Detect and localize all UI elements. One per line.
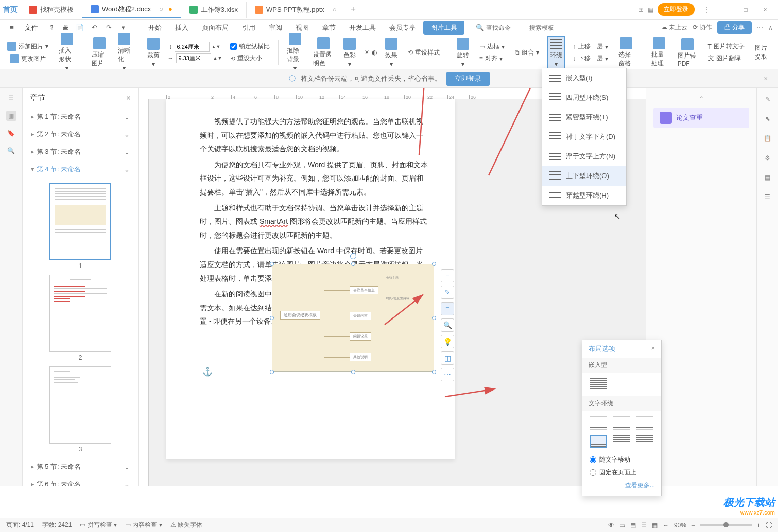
to-pdf-button[interactable]: 图片转PDF [676,37,700,68]
missing-font[interactable]: ⚠ 缺失字体 [170,521,202,529]
add-image-button[interactable]: 添加图片 ▾ [5,41,50,52]
remove-bg-button[interactable]: 抠除背景▾ [285,32,305,73]
file-menu[interactable]: 文件 [20,21,43,34]
wrap-option-square[interactable]: 四周型环绕(S) [542,88,626,108]
to-text-button[interactable]: T图片转文字 [706,41,747,52]
selected-image[interactable]: 通用会议纪要模板 会议基本信息 会议内容 问题议题 其他说明 会议主题 时间/地… [272,264,434,372]
menu-icon[interactable]: ⋮ [699,2,714,17]
zoom-thumb[interactable] [723,522,729,527]
redo-icon[interactable]: ↷ [102,21,115,34]
wrap-option-inline[interactable]: 嵌入型(I) [542,68,626,88]
crop-tool[interactable]: ◫ [441,351,454,365]
chevron-icon[interactable]: ⌄ [124,113,130,121]
menu-section[interactable]: 章节 [316,21,342,35]
login-now-button[interactable]: 立即登录 [446,72,490,86]
file-tab-template[interactable]: 找稻壳模板 [21,2,82,18]
resize-handle[interactable] [432,316,436,320]
bookmark-icon[interactable]: 🔖 [6,128,16,138]
style-icon[interactable]: ✎ [763,94,773,104]
width-input[interactable] [176,53,211,63]
nav-item-active[interactable]: ▾ 第 4 节: 未命名⌄ [23,161,138,178]
wrap-option-behind[interactable]: 衬于文字下方(D) [542,127,626,147]
wrap-option-tight[interactable]: 紧密型环绕(T) [542,108,626,127]
contrast-icon[interactable]: ◐ [372,49,377,56]
search-icon[interactable]: 🔍 [6,146,16,156]
extract-button[interactable]: 图片提取 [753,43,773,62]
menu-image-tools[interactable]: 图片工具 [423,21,464,35]
resize-handle[interactable] [432,262,436,266]
resize-handle[interactable] [270,370,274,374]
layout-wrap-option[interactable] [636,435,653,448]
color-button[interactable]: 色彩▾ [341,37,358,69]
cleanup-button[interactable]: 清晰化▾ [116,32,132,73]
home-tab[interactable]: 首页 [0,0,21,20]
resize-handle[interactable] [270,262,274,266]
zoom-slider[interactable] [700,524,752,526]
vertical-ruler[interactable] [139,99,149,486]
menu-insert[interactable]: 插入 [169,21,195,35]
chevron-icon[interactable]: ⌄ [124,148,130,156]
fit-width-icon[interactable]: ↔ [663,522,669,529]
menu-vip[interactable]: 会员专享 [383,21,422,35]
view-mode-4[interactable]: ▦ [652,522,658,529]
menu-start[interactable]: 开始 [142,21,168,35]
effect-button[interactable]: 效果▾ [383,37,400,69]
page-thumb-1[interactable] [49,183,111,260]
select-pane-button[interactable]: 选择窗格 [616,36,636,69]
save-icon[interactable]: 🖨 [44,21,58,34]
collapse-icon[interactable]: ⌃ [653,95,749,102]
select-icon[interactable]: ⬉ [763,114,773,124]
page-thumb-2[interactable] [49,275,111,352]
file-tab-ppt[interactable]: WPS PPT教程.pptx ○ [247,2,345,18]
menu-layout[interactable]: 页面布局 [196,21,235,35]
file-tab-word[interactable]: Word教程2.docx ○ ● [82,2,181,18]
minimize-button[interactable]: — [718,2,734,17]
page-thumb-3[interactable] [49,366,111,444]
resize-handle[interactable] [351,370,355,374]
nav-item[interactable]: ▸ 第 5 节: 未命名⌄ [23,458,138,475]
see-more-link[interactable]: 查看更多... [582,479,661,492]
chevron-icon[interactable]: ⌄ [124,463,130,471]
paper-check-button[interactable]: 论文查重 [653,108,749,128]
layout-close-button[interactable]: × [651,344,655,353]
menu-icon[interactable]: ≡ [5,21,19,34]
resize-handle[interactable] [432,370,436,374]
fix-position-radio[interactable]: 固定在页面上 [582,466,661,479]
height-input[interactable] [175,42,210,52]
batch-button[interactable]: 批量处理 [649,36,669,69]
edit-tool[interactable]: ✎ [441,286,454,299]
menu-reference[interactable]: 引用 [236,21,262,35]
layout-wrap-option-selected[interactable] [590,435,607,448]
apps-icon[interactable]: ▦ [648,6,653,13]
undo-icon[interactable]: ↶ [88,21,101,34]
view-mode-1[interactable]: ▭ [619,522,625,529]
expand-icon[interactable]: ∧ [768,24,773,31]
spell-check[interactable]: ▭ 拼写检查 ▾ [80,521,117,529]
file-tab-excel[interactable]: 工作簿3.xlsx [181,2,247,18]
search-icon[interactable]: 🔍 [476,24,484,31]
new-tab-button[interactable]: + [345,4,361,15]
fullscreen-button[interactable]: ⛶ [766,522,772,529]
layout-tool[interactable]: ≡ [441,302,454,315]
cloud-status[interactable]: ☁ 未上云 [661,23,687,32]
layer-icon[interactable]: ▤ [763,172,773,183]
reset-size-button[interactable]: ⟲重设大小 [228,53,264,64]
close-button[interactable]: × [757,2,773,17]
share-button[interactable]: 凸 分享 [717,21,752,34]
nav-item[interactable]: ▸ 第 2 节: 未命名⌄ [23,126,138,143]
zoom-in-button[interactable]: + [757,522,760,529]
view-mode-3[interactable]: ☰ [641,522,647,529]
search-template-input[interactable] [529,24,570,31]
search-command-input[interactable] [486,24,527,31]
page-indicator[interactable]: 页面: 4/11 [6,521,34,529]
menu-dev[interactable]: 开发工具 [343,21,382,35]
outline-icon[interactable]: ☰ [6,93,16,103]
zoom-tool[interactable]: 🔍 [441,318,454,332]
zoom-label[interactable]: 90% [674,522,686,529]
resize-handle[interactable] [351,262,355,266]
combine-button[interactable]: ⧉组合▾ [513,47,541,58]
infobar-close-button[interactable]: × [764,75,768,82]
crop-button[interactable]: 裁剪▾ [145,37,162,69]
login-button[interactable]: 立即登录 [658,3,695,16]
border-button[interactable]: ▭边框▾ [477,41,507,52]
